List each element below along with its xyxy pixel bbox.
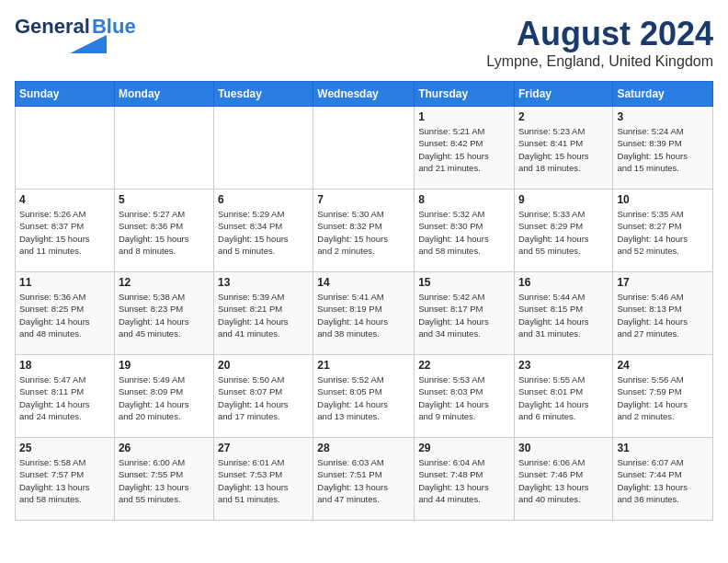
col-header-wednesday: Wednesday [313,82,415,107]
calendar-cell: 16Sunrise: 5:44 AM Sunset: 8:15 PM Dayli… [514,272,612,355]
calendar-cell: 28Sunrise: 6:03 AM Sunset: 7:51 PM Dayli… [313,438,415,521]
calendar-cell: 7Sunrise: 5:30 AM Sunset: 8:32 PM Daylig… [313,190,415,272]
day-detail: Sunrise: 6:00 AM Sunset: 7:55 PM Dayligh… [119,456,210,505]
calendar-cell: 24Sunrise: 5:56 AM Sunset: 7:59 PM Dayli… [613,355,713,438]
calendar-cell: 19Sunrise: 5:49 AM Sunset: 8:09 PM Dayli… [114,355,213,438]
day-number: 9 [518,193,609,206]
day-detail: Sunrise: 6:04 AM Sunset: 7:48 PM Dayligh… [418,456,510,505]
day-number: 31 [617,442,709,454]
calendar-cell [114,107,213,190]
day-detail: Sunrise: 5:55 AM Sunset: 8:01 PM Dayligh… [518,373,609,422]
day-detail: Sunrise: 5:56 AM Sunset: 7:59 PM Dayligh… [617,373,709,422]
calendar-cell [313,107,415,190]
calendar-cell: 23Sunrise: 5:55 AM Sunset: 8:01 PM Dayli… [514,355,612,438]
calendar-cell: 6Sunrise: 5:29 AM Sunset: 8:34 PM Daylig… [214,190,313,272]
day-number: 25 [19,442,110,454]
day-number: 11 [19,276,110,289]
day-detail: Sunrise: 5:58 AM Sunset: 7:57 PM Dayligh… [19,456,110,505]
day-number: 8 [418,193,510,206]
calendar-cell: 22Sunrise: 5:53 AM Sunset: 8:03 PM Dayli… [415,355,515,438]
calendar-cell: 18Sunrise: 5:47 AM Sunset: 8:11 PM Dayli… [16,355,115,438]
day-number: 14 [317,276,410,289]
col-header-thursday: Thursday [415,82,515,107]
day-detail: Sunrise: 5:47 AM Sunset: 8:11 PM Dayligh… [19,373,110,422]
day-detail: Sunrise: 5:38 AM Sunset: 8:23 PM Dayligh… [119,291,210,339]
day-detail: Sunrise: 5:32 AM Sunset: 8:30 PM Dayligh… [418,208,510,257]
day-detail: Sunrise: 5:30 AM Sunset: 8:32 PM Dayligh… [317,208,410,257]
calendar-cell: 5Sunrise: 5:27 AM Sunset: 8:36 PM Daylig… [114,190,213,272]
day-detail: Sunrise: 6:01 AM Sunset: 7:53 PM Dayligh… [218,456,309,505]
day-number: 20 [218,359,309,372]
col-header-monday: Monday [114,82,213,107]
calendar-cell: 4Sunrise: 5:26 AM Sunset: 8:37 PM Daylig… [16,190,115,272]
day-number: 21 [317,359,410,372]
day-detail: Sunrise: 5:41 AM Sunset: 8:19 PM Dayligh… [317,291,410,339]
calendar-cell: 15Sunrise: 5:42 AM Sunset: 8:17 PM Dayli… [415,272,515,355]
calendar-cell: 13Sunrise: 5:39 AM Sunset: 8:21 PM Dayli… [214,272,313,355]
day-detail: Sunrise: 5:21 AM Sunset: 8:42 PM Dayligh… [418,125,510,174]
calendar-cell: 1Sunrise: 5:21 AM Sunset: 8:42 PM Daylig… [415,107,515,190]
day-detail: Sunrise: 6:07 AM Sunset: 7:44 PM Dayligh… [617,456,709,505]
day-number: 17 [617,276,709,289]
calendar-cell: 14Sunrise: 5:41 AM Sunset: 8:19 PM Dayli… [313,272,415,355]
calendar-cell: 11Sunrise: 5:36 AM Sunset: 8:25 PM Dayli… [16,272,115,355]
calendar-cell: 3Sunrise: 5:24 AM Sunset: 8:39 PM Daylig… [613,107,713,190]
day-number: 19 [119,359,210,372]
month-title: August 2024 [486,15,713,53]
header: General Blue August 2024 Lympne, England… [15,15,713,70]
col-header-saturday: Saturday [613,82,713,107]
day-detail: Sunrise: 6:06 AM Sunset: 7:46 PM Dayligh… [518,456,609,505]
location-title: Lympne, England, United Kingdom [486,53,713,70]
calendar-cell: 12Sunrise: 5:38 AM Sunset: 8:23 PM Dayli… [114,272,213,355]
day-number: 13 [218,276,309,289]
day-number: 2 [518,110,609,123]
day-number: 28 [317,442,410,454]
day-detail: Sunrise: 5:23 AM Sunset: 8:41 PM Dayligh… [518,125,609,174]
day-detail: Sunrise: 5:53 AM Sunset: 8:03 PM Dayligh… [418,373,510,422]
day-detail: Sunrise: 5:24 AM Sunset: 8:39 PM Dayligh… [617,125,709,174]
day-number: 15 [418,276,510,289]
day-number: 10 [617,193,709,206]
day-detail: Sunrise: 5:33 AM Sunset: 8:29 PM Dayligh… [518,208,609,257]
day-detail: Sunrise: 5:36 AM Sunset: 8:25 PM Dayligh… [19,291,110,339]
calendar-cell: 10Sunrise: 5:35 AM Sunset: 8:27 PM Dayli… [613,190,713,272]
calendar-cell [16,107,115,190]
calendar-cell: 8Sunrise: 5:32 AM Sunset: 8:30 PM Daylig… [415,190,515,272]
calendar-cell: 27Sunrise: 6:01 AM Sunset: 7:53 PM Dayli… [214,438,313,521]
day-number: 22 [418,359,510,372]
calendar-cell: 25Sunrise: 5:58 AM Sunset: 7:57 PM Dayli… [16,438,115,521]
day-detail: Sunrise: 5:46 AM Sunset: 8:13 PM Dayligh… [617,291,709,339]
day-detail: Sunrise: 5:49 AM Sunset: 8:09 PM Dayligh… [119,373,210,422]
title-area: August 2024 Lympne, England, United King… [486,15,713,70]
day-number: 16 [518,276,609,289]
day-detail: Sunrise: 5:39 AM Sunset: 8:21 PM Dayligh… [218,291,309,339]
calendar-cell: 26Sunrise: 6:00 AM Sunset: 7:55 PM Dayli… [114,438,213,521]
calendar-cell: 9Sunrise: 5:33 AM Sunset: 8:29 PM Daylig… [514,190,612,272]
col-header-tuesday: Tuesday [214,82,313,107]
calendar-cell: 31Sunrise: 6:07 AM Sunset: 7:44 PM Dayli… [613,438,713,521]
calendar-cell: 20Sunrise: 5:50 AM Sunset: 8:07 PM Dayli… [214,355,313,438]
calendar-cell: 29Sunrise: 6:04 AM Sunset: 7:48 PM Dayli… [415,438,515,521]
day-detail: Sunrise: 5:29 AM Sunset: 8:34 PM Dayligh… [218,208,309,257]
day-number: 5 [119,193,210,206]
col-header-friday: Friday [514,82,612,107]
logo-icon [70,35,107,53]
calendar-table: SundayMondayTuesdayWednesdayThursdayFrid… [15,81,713,521]
logo: General Blue [15,15,136,53]
day-number: 4 [19,193,110,206]
day-number: 12 [119,276,210,289]
day-number: 29 [418,442,510,454]
calendar-cell [214,107,313,190]
day-detail: Sunrise: 5:27 AM Sunset: 8:36 PM Dayligh… [119,208,210,257]
calendar-cell: 30Sunrise: 6:06 AM Sunset: 7:46 PM Dayli… [514,438,612,521]
col-header-sunday: Sunday [16,82,115,107]
day-detail: Sunrise: 5:26 AM Sunset: 8:37 PM Dayligh… [19,208,110,257]
day-number: 23 [518,359,609,372]
day-number: 1 [418,110,510,123]
calendar-cell: 17Sunrise: 5:46 AM Sunset: 8:13 PM Dayli… [613,272,713,355]
calendar-cell: 2Sunrise: 5:23 AM Sunset: 8:41 PM Daylig… [514,107,612,190]
day-detail: Sunrise: 5:44 AM Sunset: 8:15 PM Dayligh… [518,291,609,339]
day-number: 6 [218,193,309,206]
day-detail: Sunrise: 5:42 AM Sunset: 8:17 PM Dayligh… [418,291,510,339]
day-number: 3 [617,110,709,123]
